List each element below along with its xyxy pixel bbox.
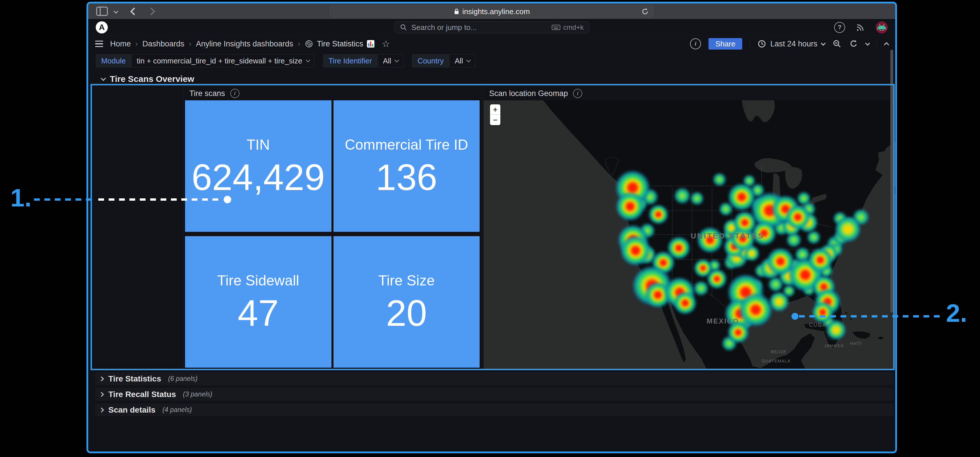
filter-label: Tire Identifier	[323, 54, 378, 67]
map-place-label: GUATEMALA	[762, 358, 790, 363]
section-title: Scan details	[108, 405, 155, 415]
collapsed-section-row[interactable]: Scan details(4 panels)	[95, 403, 894, 416]
chevron-down-icon	[466, 58, 471, 62]
chevron-down-icon[interactable]	[114, 9, 118, 14]
panel-info-icon[interactable]: i	[573, 89, 582, 98]
map-place-label: HAITI	[850, 341, 862, 346]
stat-label: Commercial Tire ID	[345, 136, 468, 153]
panel-info-icon[interactable]: i	[230, 89, 240, 98]
map-place-label: MEXICO	[707, 317, 739, 325]
breadcrumb-bar: Home›Dashboards›Anyline Insights dashboa…	[88, 36, 895, 52]
search-shortcut: cmd+k	[563, 23, 584, 32]
chevron-down-icon	[100, 76, 106, 81]
refresh-icon[interactable]	[849, 39, 858, 48]
browser-chrome: insights.anyline.com	[88, 3, 895, 19]
stat-label: Tire Sidewall	[217, 272, 299, 289]
stat-tile-tire-size: Tire Size20	[334, 236, 480, 368]
invader-avatar-icon	[877, 24, 886, 31]
chevron-right-icon	[99, 408, 104, 412]
breadcrumb-item[interactable]: Dashboards	[142, 40, 185, 48]
bar-chart-emoji-icon	[367, 40, 375, 48]
anyline-logo[interactable]: A	[96, 21, 108, 33]
chevron-right-icon	[99, 376, 104, 381]
help-icon[interactable]: ?	[834, 22, 845, 33]
heatmap-point	[713, 173, 726, 186]
map-place-label: UNITED STATES	[690, 231, 764, 240]
panel-title[interactable]: Tire scans	[189, 89, 225, 98]
heatmap-point	[812, 302, 833, 323]
breadcrumb-separator: ›	[189, 40, 191, 48]
search-icon	[400, 24, 407, 31]
heatmap-point	[620, 236, 651, 266]
screenshot-stage: insights.anyline.com A Search or jump to…	[0, 0, 980, 457]
heatmap-point	[808, 248, 832, 272]
section-title: Tire Scans Overview	[110, 74, 194, 84]
url-text: insights.anyline.com	[462, 7, 530, 16]
map-zoom-control: + −	[490, 104, 500, 125]
heatmap-point	[729, 183, 756, 210]
filter-group: Moduletin + commercial_tire_id + tire_si…	[96, 54, 315, 67]
stat-value: 47	[238, 295, 279, 331]
annotation-line-1-blue	[34, 198, 91, 201]
stat-label: TIN	[247, 136, 270, 153]
breadcrumb-separator: ›	[298, 40, 300, 48]
collapsed-section-row[interactable]: Tire Recall Status(3 panels)	[95, 388, 894, 401]
sidebar-toggle-icon[interactable]	[96, 6, 108, 16]
zoom-out-icon[interactable]	[832, 39, 842, 48]
time-range-picker[interactable]: Last 24 hours	[757, 40, 825, 48]
stat-tile-tin: TIN624,429	[185, 100, 331, 232]
filter-bar: Moduletin + commercial_tire_id + tire_si…	[88, 52, 895, 70]
panel-title[interactable]: Scan location Geomap	[489, 89, 568, 98]
heatmap-point	[690, 191, 704, 205]
dashboard-info-icon[interactable]: i	[690, 38, 701, 49]
breadcrumb: Home›Dashboards›Anyline Insights dashboa…	[110, 40, 375, 48]
geomap-canvas[interactable]: + − i UNITED STATESMEXICOCUBAJAMAICAHAIT…	[484, 100, 897, 369]
map-zoom-in-button[interactable]: +	[490, 104, 500, 115]
filter-value-dropdown[interactable]: tin + commercial_tire_id + tire_sidewall…	[132, 54, 314, 67]
dashboard-canvas: Tire Scans Overview Tire scans i TIN624,…	[88, 70, 895, 452]
filter-label: Module	[96, 54, 131, 67]
stat-tile-tire-sidewall: Tire Sidewall47	[185, 236, 331, 368]
time-range-label: Last 24 hours	[770, 40, 818, 48]
browser-window: insights.anyline.com A Search or jump to…	[86, 2, 897, 453]
filter-label: Country	[412, 54, 449, 67]
scrollbar-thumb[interactable]	[890, 49, 893, 312]
map-place-label: JAMAICA	[824, 343, 844, 348]
share-button[interactable]: Share	[708, 38, 742, 49]
map-zoom-out-button[interactable]: −	[490, 115, 500, 125]
collapse-header-icon[interactable]	[884, 42, 889, 47]
panel-geomap: Scan location Geomap i	[483, 86, 897, 369]
address-bar[interactable]: insights.anyline.com	[330, 6, 654, 17]
panel-count: (3 panels)	[183, 390, 212, 398]
map-place-label: BELIZE	[771, 349, 786, 354]
chevron-down-icon	[305, 58, 310, 62]
map-place-label: CUBA	[809, 322, 826, 328]
stat-value: 136	[375, 159, 437, 196]
filter-value-dropdown[interactable]: All	[450, 54, 475, 67]
breadcrumb-separator: ›	[135, 40, 138, 48]
breadcrumb-item[interactable]: Home	[110, 40, 131, 48]
back-icon[interactable]	[130, 8, 138, 15]
favorite-star-icon[interactable]: ☆	[382, 38, 390, 49]
annotation-callout-2: 2.	[946, 301, 967, 326]
heatmap-point	[835, 217, 861, 242]
panel-tire-scans: Tire scans i TIN624,429Commercial Tire I…	[183, 86, 481, 369]
filter-value-dropdown[interactable]: All	[378, 54, 403, 67]
breadcrumb-item[interactable]: Anyline Insights dashboards	[196, 40, 293, 48]
forward-icon[interactable]	[147, 8, 155, 15]
refresh-interval-dropdown[interactable]	[865, 41, 870, 46]
breadcrumb-current: Tire Statistics	[305, 40, 375, 48]
divider	[877, 39, 877, 49]
clock-icon	[757, 40, 766, 48]
search-input[interactable]: Search or jump to... cmd+k	[394, 21, 589, 33]
rss-news-icon[interactable]	[856, 22, 865, 32]
keyboard-icon	[552, 24, 560, 30]
collapsed-section-row[interactable]: Tire Statistics(6 panels)	[95, 372, 894, 385]
heatmap-point	[674, 188, 690, 204]
menu-icon[interactable]	[95, 41, 103, 47]
reload-icon[interactable]	[641, 8, 649, 16]
heatmap-point	[694, 281, 708, 296]
avatar[interactable]	[876, 21, 888, 33]
section-row-toggle[interactable]: Tire Scans Overview	[102, 74, 194, 84]
stat-value: 624,429	[191, 159, 325, 196]
